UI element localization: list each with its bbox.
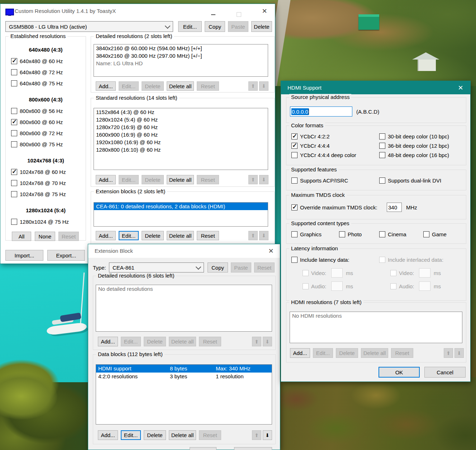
checkbox[interactable] (11, 141, 17, 147)
checkbox[interactable] (379, 231, 385, 237)
checkbox[interactable] (11, 191, 17, 197)
move-down-button: ⬇ (259, 175, 268, 184)
delete-display-button[interactable]: Delete (251, 21, 272, 32)
data-blocks-list[interactable]: HDMI support 8 bytes Max: 340 MHz 4:2:0 … (96, 364, 272, 425)
detailed-resolutions-list[interactable]: 3840x2160 @ 60.000 Hz (594.00 MHz) [+/+]… (94, 44, 268, 77)
list-item[interactable]: Name: LG Ultra HD (94, 60, 268, 67)
checkbox[interactable] (291, 177, 298, 184)
list-item[interactable]: 3840x2160 @ 30.000 Hz (297.00 MHz) [+/−] (94, 52, 268, 60)
add-data-block-button[interactable]: Add... (98, 430, 118, 440)
checkbox[interactable] (423, 231, 429, 237)
list-item[interactable]: 1280x1024 (5:4) @ 60 Hz (94, 116, 268, 123)
copy-block-button[interactable]: Copy (208, 262, 228, 273)
hdmi-resolutions-list[interactable]: No HDMI resolutions (290, 312, 462, 343)
add-hdmi-res-button[interactable]: Add... (290, 348, 310, 358)
checkbox[interactable] (11, 180, 17, 186)
checkbox-label: Video: (311, 270, 326, 276)
delete-extension-button[interactable]: Delete (142, 231, 164, 240)
delete-standard-button: Delete (142, 175, 164, 184)
source-address-hint: (A.B.C.D) (356, 109, 379, 115)
checkbox[interactable] (379, 152, 385, 158)
add-standard-button[interactable]: Add... (96, 175, 116, 184)
close-icon[interactable]: ✕ (266, 247, 276, 255)
list-item[interactable]: 1280x720 (16:9) @ 60 Hz (94, 123, 268, 131)
checkbox[interactable] (11, 58, 17, 64)
edit-extension-button[interactable]: Edit... (119, 231, 139, 240)
checkbox[interactable] (11, 169, 17, 175)
add-dialog-detailed-button[interactable]: Add... (98, 337, 118, 346)
checkbox[interactable] (11, 219, 17, 225)
checkbox[interactable] (379, 133, 385, 139)
data-block-row[interactable]: 4:2:0 resolutions 3 bytes 1 resolution (96, 373, 272, 380)
checkbox[interactable] (11, 119, 17, 125)
list-item[interactable]: 1152x864 (4:3) @ 60 Hz (94, 108, 268, 116)
edit-display-button[interactable]: Edit... (178, 21, 202, 32)
ok-button[interactable]: OK (379, 367, 420, 378)
checkbox[interactable] (379, 177, 385, 184)
add-detailed-button[interactable]: Add... (96, 81, 116, 91)
checkbox[interactable] (291, 143, 298, 149)
copy-display-button[interactable]: Copy (205, 21, 225, 32)
checkbox-label: Override maximum TMDS clock: (300, 204, 377, 210)
checkbox[interactable] (291, 204, 298, 210)
cancel-button[interactable]: Cancel (424, 367, 466, 378)
checkbox-label: Video: (399, 270, 414, 276)
checkbox[interactable] (291, 231, 298, 237)
add-extension-button[interactable]: Add... (96, 231, 116, 240)
cancel-button-partial[interactable] (234, 447, 272, 450)
checkbox[interactable] (11, 108, 17, 114)
delete-data-block-button[interactable]: Delete (144, 430, 166, 440)
list-item[interactable]: 1280x800 (16:10) @ 60 Hz (94, 146, 268, 153)
display-selector[interactable]: GSM5B08 - LG Ultra HD (active) (5, 21, 173, 32)
checkbox (390, 270, 396, 276)
checkbox-label: 30-bit deep color (10 bpc) (388, 133, 449, 139)
close-icon[interactable]: ✕ (259, 7, 270, 15)
move-down-button: ⬇ (259, 81, 268, 91)
checkbox[interactable] (291, 133, 298, 139)
checkbox[interactable] (291, 257, 298, 263)
list-item[interactable]: 1920x1080 (16:9) @ 60 Hz (94, 138, 268, 146)
ms-label: ms (346, 270, 353, 276)
delete-all-data-block-button[interactable]: Delete all (169, 430, 196, 440)
delete-all-extension-button[interactable]: Delete all (167, 231, 194, 240)
edit-data-block-button[interactable]: Edit... (121, 430, 141, 440)
delete-all-detailed-button[interactable]: Delete all (167, 81, 194, 91)
type-selector[interactable]: CEA-861 (109, 262, 204, 273)
ok-button-partial[interactable] (190, 447, 216, 450)
minimize-icon[interactable] (211, 14, 215, 15)
list-item[interactable]: 3840x2160 @ 60.000 Hz (594.00 MHz) [+/+] (94, 44, 268, 52)
none-button[interactable]: None (35, 232, 55, 241)
reset-extension-button[interactable]: Reset (197, 231, 219, 240)
checkbox[interactable] (11, 69, 17, 75)
window-title: Custom Resolution Utility 1.4.1 by Toast… (15, 8, 116, 14)
checkbox-label: 640x480 @ 72 Hz (20, 69, 63, 75)
checkbox[interactable] (11, 130, 17, 136)
extension-dialog-titlebar[interactable]: Extension Block ✕ (88, 244, 280, 258)
import-button[interactable]: Import... (5, 250, 43, 261)
list-item[interactable]: 1600x900 (16:9) @ 60 Hz (94, 131, 268, 138)
tmds-clock-input[interactable]: 340 (387, 203, 402, 212)
dialog-detailed-list[interactable]: No detailed resolutions (96, 285, 272, 332)
delete-all-standard-button[interactable]: Delete all (167, 175, 194, 184)
edit-dialog-detailed-button: Edit... (121, 337, 141, 346)
hdmi-dialog-titlebar[interactable]: HDMI Support ✕ (281, 81, 470, 94)
up-arrow-icon: ⬆ (251, 233, 255, 238)
standard-resolutions-list[interactable]: 1152x864 (4:3) @ 60 Hz 1280x1024 (5:4) @… (94, 108, 268, 170)
checkbox[interactable] (379, 143, 385, 149)
checkbox-label: 36-bit deep color (12 bpc) (388, 143, 449, 149)
checkbox[interactable] (291, 152, 298, 158)
move-down-button: ⬇ (263, 337, 272, 346)
ms-label: ms (346, 283, 353, 289)
data-block-row-selected[interactable]: HDMI support 8 bytes Max: 340 MHz (96, 365, 272, 373)
extension-blocks-list[interactable]: CEA-861: 0 detailed resolutions, 2 data … (94, 202, 268, 227)
source-address-input[interactable]: 0.0.0.0 (290, 106, 352, 117)
list-item-selected[interactable]: CEA-861: 0 detailed resolutions, 2 data … (94, 203, 268, 210)
checkbox[interactable] (11, 80, 17, 86)
close-icon[interactable]: ✕ (455, 84, 466, 92)
move-down-button[interactable]: ⬇ (263, 430, 272, 440)
export-button[interactable]: Export... (47, 250, 85, 261)
checkbox[interactable] (339, 231, 345, 237)
empty-list-text: No detailed resolutions (96, 285, 272, 293)
all-button[interactable]: All (12, 232, 31, 241)
cru-titlebar[interactable]: Custom Resolution Utility 1.4.1 by Toast… (0, 4, 275, 18)
